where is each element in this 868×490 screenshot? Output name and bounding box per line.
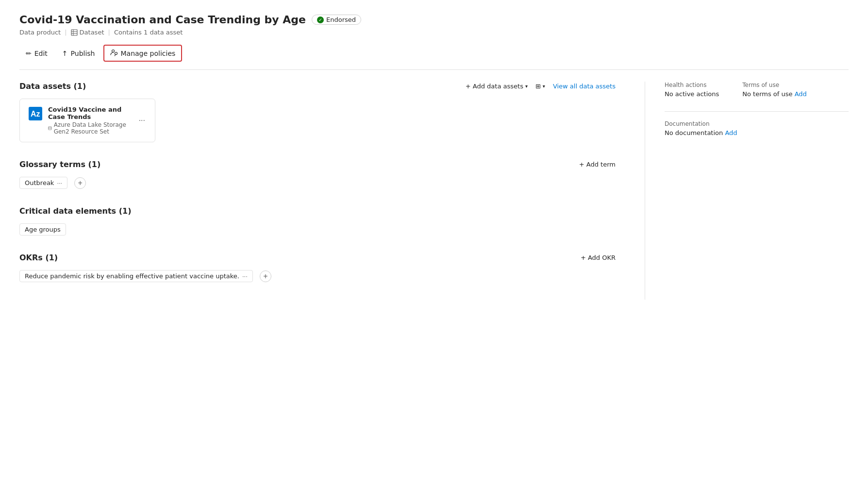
page-title: Covid-19 Vaccination and Case Trending b… <box>19 14 306 26</box>
cde-header: Critical data elements (1) <box>19 206 616 216</box>
svg-point-5 <box>115 52 117 55</box>
age-groups-pill: Age groups <box>19 223 66 236</box>
sep2: | <box>108 29 110 36</box>
data-product-label: Data product <box>19 29 61 36</box>
okrs-section: OKRs (1) + Add OKR Reduce pandemic risk … <box>19 253 616 282</box>
toolbar: ✏️ Edit ↑ Publish Manage policies <box>19 45 849 70</box>
endorsed-label: Endorsed <box>326 16 356 23</box>
contains-label: Contains 1 data asset <box>114 29 183 36</box>
right-panel: Health actions No active actions Terms o… <box>645 82 849 300</box>
grid-icon: ⊞ <box>535 83 541 90</box>
publish-label: Publish <box>71 50 95 57</box>
asset-type: Azure Data Lake Storage Gen2 Resource Se… <box>48 121 137 135</box>
add-data-assets-label: + Add data assets <box>466 83 523 90</box>
glossary-section: Glossary terms (1) + Add term Outbreak ·… <box>19 160 616 189</box>
okrs-title: OKRs (1) <box>19 253 58 262</box>
svg-rect-8 <box>49 127 51 130</box>
terms-of-use-value: No terms of use Add <box>742 90 807 98</box>
add-term-button[interactable]: + Add term <box>579 161 616 168</box>
terms-of-use-label: Terms of use <box>742 82 807 88</box>
asset-info: Covid19 Vaccine and Case Trends Azure Da… <box>48 106 137 135</box>
asset-type-label: Azure Data Lake Storage Gen2 Resource Se… <box>54 121 137 135</box>
outbreak-label: Outbreak <box>25 179 54 186</box>
chevron-grid-icon: ▾ <box>543 84 545 89</box>
doc-add-link[interactable]: Add <box>725 129 737 136</box>
endorsed-icon: ✓ <box>317 17 324 23</box>
manage-policies-icon <box>110 49 118 58</box>
glossary-header: Glossary terms (1) + Add term <box>19 160 616 169</box>
glossary-title: Glossary terms (1) <box>19 160 100 169</box>
azure-data-lake-icon: Az <box>29 107 42 120</box>
sep1: | <box>65 29 67 36</box>
main-content: Data assets (1) + Add data assets ▾ ⊞ ▾ … <box>19 82 849 300</box>
edit-button[interactable]: ✏️ Edit <box>19 46 54 61</box>
storage-icon <box>48 125 52 131</box>
terms-of-use-section: Terms of use No terms of use Add <box>742 82 807 98</box>
grid-view-button[interactable]: ⊞ ▾ <box>535 83 545 90</box>
manage-policies-label: Manage policies <box>121 50 176 57</box>
left-panel: Data assets (1) + Add data assets ▾ ⊞ ▾ … <box>19 82 645 300</box>
add-data-assets-button[interactable]: + Add data assets ▾ <box>466 83 528 90</box>
asset-name: Covid19 Vaccine and Case Trends <box>48 106 137 120</box>
view-all-data-assets-link[interactable]: View all data assets <box>553 83 616 90</box>
okr-label: Reduce pandemic risk by enabling effecti… <box>25 272 239 280</box>
endorsed-badge: ✓ Endorsed <box>312 15 361 25</box>
glossary-row: Outbreak ··· + <box>19 177 616 189</box>
dataset-label: Dataset <box>80 29 104 36</box>
subtitle-row: Data product | Dataset | Contains 1 data… <box>19 29 849 36</box>
age-groups-label: Age groups <box>25 226 61 233</box>
add-glossary-term-button[interactable]: + <box>74 177 86 189</box>
asset-icon-box: Az <box>28 106 43 121</box>
page-container: Covid-19 Vaccination and Case Trending b… <box>0 0 868 490</box>
data-assets-actions: + Add data assets ▾ ⊞ ▾ View all data as… <box>466 83 616 90</box>
manage-policies-button[interactable]: Manage policies <box>103 45 183 62</box>
add-term-label: + Add term <box>579 161 616 168</box>
add-okr-plus-button[interactable]: + <box>260 270 271 282</box>
asset-more-button[interactable]: ··· <box>137 115 147 126</box>
outbreak-more-button[interactable]: ··· <box>57 179 62 186</box>
documentation-value: No documentation Add <box>665 129 849 136</box>
health-actions-value: No active actions <box>665 90 719 98</box>
add-okr-label: + Add OKR <box>581 254 616 261</box>
dataset-label-row: Dataset <box>71 29 104 36</box>
right-panel-top-row: Health actions No active actions Terms o… <box>665 82 849 98</box>
data-asset-left: Az Covid19 Vaccine and Case Trends <box>28 106 137 135</box>
data-asset-card: Az Covid19 Vaccine and Case Trends <box>19 99 155 142</box>
terms-add-link[interactable]: Add <box>795 90 807 98</box>
documentation-section: Documentation No documentation Add <box>665 120 849 136</box>
chevron-down-icon: ▾ <box>525 84 528 89</box>
publish-icon: ↑ <box>62 50 68 57</box>
health-actions-section: Health actions No active actions <box>665 82 719 98</box>
data-assets-title: Data assets (1) <box>19 82 86 91</box>
edit-label: Edit <box>34 50 48 57</box>
edit-icon: ✏️ <box>26 50 32 57</box>
svg-rect-0 <box>71 30 77 35</box>
svg-text:Az: Az <box>31 110 40 118</box>
data-assets-section: Data assets (1) + Add data assets ▾ ⊞ ▾ … <box>19 82 616 142</box>
dataset-icon <box>71 29 78 36</box>
okr-pill: Reduce pandemic risk by enabling effecti… <box>19 270 253 282</box>
documentation-label: Documentation <box>665 120 849 127</box>
svg-point-4 <box>112 50 114 52</box>
cde-row: Age groups <box>19 223 616 236</box>
outbreak-term-pill: Outbreak ··· <box>19 177 67 189</box>
data-assets-header: Data assets (1) + Add data assets ▾ ⊞ ▾ … <box>19 82 616 91</box>
add-okr-button[interactable]: + Add OKR <box>581 254 616 261</box>
okr-more-button[interactable]: ··· <box>242 272 248 280</box>
okrs-header: OKRs (1) + Add OKR <box>19 253 616 262</box>
publish-button[interactable]: ↑ Publish <box>56 46 101 61</box>
health-actions-label: Health actions <box>665 82 719 88</box>
header-title-row: Covid-19 Vaccination and Case Trending b… <box>19 14 849 26</box>
okr-row: Reduce pandemic risk by enabling effecti… <box>19 270 616 282</box>
cde-title: Critical data elements (1) <box>19 206 131 216</box>
cde-section: Critical data elements (1) Age groups <box>19 206 616 236</box>
